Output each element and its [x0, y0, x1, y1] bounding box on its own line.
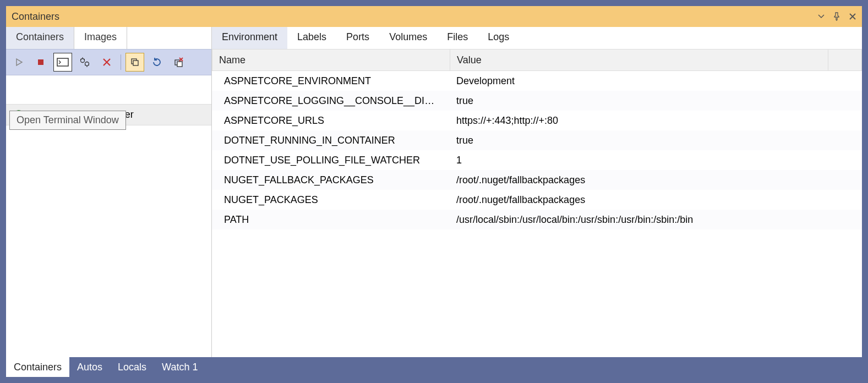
env-value: https://+:443;http://+:80 — [450, 115, 862, 127]
env-row[interactable]: NUGET_FALLBACK_PACKAGES/root/.nuget/fall… — [212, 170, 862, 190]
env-name: ASPNETCORE_ENVIRONMENT — [212, 75, 450, 87]
tab-label: Containers — [14, 362, 62, 373]
env-name: NUGET_PACKAGES — [212, 194, 450, 206]
env-value: true — [450, 135, 862, 146]
tab-environment[interactable]: Environment — [212, 27, 287, 49]
left-tabs: Containers Images — [6, 27, 211, 49]
tab-label: Labels — [297, 31, 326, 42]
tab-label: Containers — [16, 31, 64, 42]
env-row[interactable]: ASPNETCORE_URLShttps://+:443;http://+:80 — [212, 111, 862, 130]
tab-ports[interactable]: Ports — [336, 27, 379, 49]
tab-label: Volumes — [389, 31, 427, 42]
close-icon[interactable] — [849, 12, 856, 21]
environment-grid: Name Value ASPNETCORE_ENVIRONMENTDevelop… — [212, 49, 862, 357]
tab-label: Watch 1 — [162, 362, 198, 373]
refresh-button[interactable] — [148, 53, 166, 72]
tab-images[interactable]: Images — [74, 27, 127, 49]
bottom-tab-watch1[interactable]: Watch 1 — [154, 357, 205, 377]
tab-label: Locals — [118, 362, 146, 373]
bottom-tab-containers[interactable]: Containers — [6, 357, 69, 377]
tab-logs[interactable]: Logs — [478, 27, 519, 49]
svg-rect-0 — [38, 59, 43, 65]
remove-all-button[interactable] — [170, 53, 188, 72]
left-pane: Containers Images — [6, 27, 212, 357]
start-button[interactable] — [9, 53, 28, 72]
toolbar-separator — [121, 54, 121, 70]
env-value: /usr/local/sbin:/usr/local/bin:/usr/sbin… — [450, 214, 862, 226]
env-value: 1 — [450, 155, 862, 166]
tab-containers[interactable]: Containers — [6, 27, 74, 49]
tooltip-text: Open Terminal Window — [17, 114, 119, 125]
column-header-name[interactable]: Name — [212, 50, 450, 70]
remove-button[interactable] — [97, 53, 116, 72]
env-row[interactable]: ASPNETCORE_LOGGING__CONSOLE__DISA…true — [212, 91, 862, 111]
bottom-tab-autos[interactable]: Autos — [69, 357, 110, 377]
env-name: DOTNET_RUNNING_IN_CONTAINER — [212, 135, 450, 146]
tab-files[interactable]: Files — [437, 27, 478, 49]
env-row[interactable]: NUGET_PACKAGES/root/.nuget/fallbackpacka… — [212, 190, 862, 210]
prune-button[interactable] — [125, 53, 144, 72]
env-name: ASPNETCORE_URLS — [212, 115, 450, 127]
env-name: NUGET_FALLBACK_PACKAGES — [212, 174, 450, 186]
containers-tool-window: Containers Containers Images — [6, 6, 862, 377]
tab-label: Environment — [222, 31, 277, 42]
tab-label: Autos — [77, 362, 102, 373]
titlebar: Containers — [6, 6, 862, 27]
grid-body: ASPNETCORE_ENVIRONMENTDevelopmentASPNETC… — [212, 71, 862, 357]
titlebar-controls — [818, 12, 856, 21]
env-row[interactable]: DOTNET_USE_POLLING_FILE_WATCHER1 — [212, 150, 862, 170]
svg-rect-5 — [133, 61, 138, 65]
toolbar — [6, 49, 211, 75]
env-value: /root/.nuget/fallbackpackages — [450, 194, 862, 206]
tooltip: Open Terminal Window — [9, 111, 126, 130]
tab-label: Files — [447, 31, 468, 42]
content: Containers Images — [6, 27, 862, 357]
env-name: DOTNET_USE_POLLING_FILE_WATCHER — [212, 155, 450, 166]
svg-rect-1 — [57, 58, 68, 66]
tab-volumes[interactable]: Volumes — [379, 27, 437, 49]
svg-point-3 — [85, 62, 89, 66]
window-title: Containers — [12, 11, 818, 23]
container-list: WebApplication-Docker — [6, 104, 211, 357]
env-row[interactable]: DOTNET_RUNNING_IN_CONTAINERtrue — [212, 130, 862, 150]
env-value: /root/.nuget/fallbackpackages — [450, 174, 862, 186]
right-pane: Environment Labels Ports Volumes Files L… — [212, 27, 862, 357]
env-value: true — [450, 95, 862, 107]
column-header-value[interactable]: Value — [450, 50, 828, 70]
detail-tabs: Environment Labels Ports Volumes Files L… — [212, 27, 862, 49]
svg-point-2 — [81, 59, 85, 63]
tab-label: Logs — [488, 31, 509, 42]
attach-debugger-button[interactable] — [75, 53, 94, 72]
tab-labels[interactable]: Labels — [287, 27, 336, 49]
window-options-dropdown-icon[interactable] — [818, 12, 825, 21]
bottom-tab-strip: Containers Autos Locals Watch 1 — [6, 357, 862, 377]
stop-button[interactable] — [31, 53, 50, 72]
tab-label: Ports — [346, 31, 369, 42]
env-value: Development — [450, 75, 862, 87]
terminal-button[interactable] — [53, 53, 72, 72]
env-row[interactable]: PATH/usr/local/sbin:/usr/local/bin:/usr/… — [212, 210, 862, 229]
svg-rect-7 — [177, 62, 182, 67]
grid-header: Name Value — [212, 49, 862, 71]
env-name: PATH — [212, 214, 450, 226]
tab-label: Images — [84, 31, 117, 42]
bottom-tab-locals[interactable]: Locals — [110, 357, 154, 377]
env-name: ASPNETCORE_LOGGING__CONSOLE__DISA… — [212, 95, 450, 107]
env-row[interactable]: ASPNETCORE_ENVIRONMENTDevelopment — [212, 71, 862, 91]
pin-icon[interactable] — [832, 12, 841, 21]
